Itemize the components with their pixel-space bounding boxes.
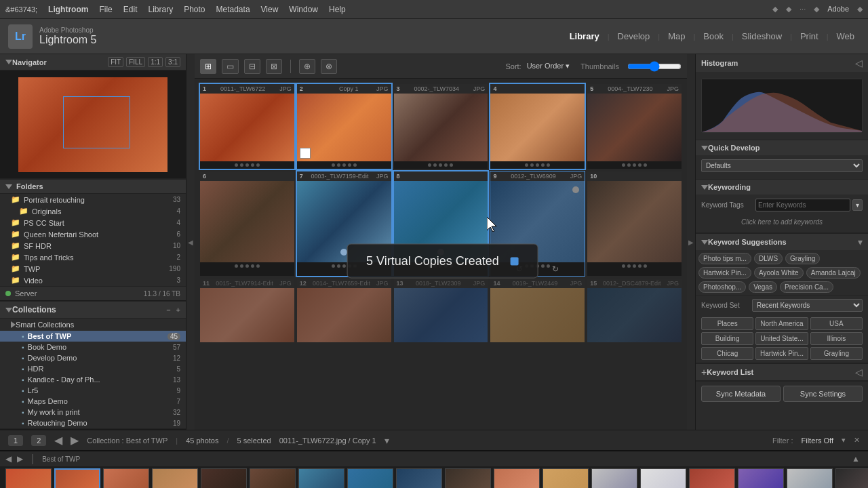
kw-grid-chicago[interactable]: Chicag	[701, 347, 753, 360]
fs-thumb-11[interactable]	[494, 468, 540, 488]
fs-thumb-15[interactable]	[689, 468, 735, 488]
folder-item-queen[interactable]: 📁 Queen Nefertari Shoot 6	[0, 228, 186, 240]
collections-plus[interactable]: +	[176, 306, 180, 314]
module-print[interactable]: Print	[795, 28, 824, 44]
page-1-button[interactable]: 1	[8, 435, 23, 446]
cell-thumb-14[interactable]	[490, 288, 585, 342]
folder-item-tips[interactable]: 📁 Tips and Tricks 2	[0, 251, 186, 263]
fs-thumb-6[interactable]	[250, 468, 296, 488]
menu-view[interactable]: View	[261, 5, 279, 14]
qd-defaults-select[interactable]: Defaults	[701, 159, 863, 172]
folder-item-pscc[interactable]: 📁 PS CC Start 4	[0, 217, 186, 228]
kw-grid-usa[interactable]: USA	[810, 317, 863, 330]
collections-header[interactable]: Collections − +	[0, 301, 186, 319]
nav-fill[interactable]: FILL	[126, 57, 145, 67]
apple-menu[interactable]: &#63743;	[5, 5, 37, 14]
kw-grid-building[interactable]: Building	[701, 332, 753, 345]
quick-develop-header[interactable]: Quick Develop	[696, 140, 868, 155]
collections-minus[interactable]: −	[166, 306, 170, 314]
photo-cell-5[interactable]: 5 0004-_TLW7230 JPG	[587, 84, 682, 169]
right-panel-toggle[interactable]: ▶	[687, 54, 695, 430]
keyword-list-header[interactable]: + Keyword List ◁	[696, 363, 868, 380]
view-loupe-button[interactable]: ▭	[222, 59, 239, 74]
view-compare-button[interactable]: ⊟	[244, 59, 260, 74]
cell-thumb-10[interactable]	[587, 181, 682, 262]
kw-chip-precision[interactable]: Precision Ca...	[780, 281, 833, 293]
keyword-set-select[interactable]: Recent Keywords	[752, 299, 863, 312]
kw-chip-vegas[interactable]: Vegas	[749, 281, 777, 293]
collection-item-hdr[interactable]: ▪ HDR 5	[0, 363, 186, 374]
photo-cell-8[interactable]: 8	[394, 171, 488, 276]
fs-thumb-4[interactable]	[152, 468, 198, 488]
cell-thumb-9[interactable]	[490, 181, 585, 262]
fs-thumb-9[interactable]	[396, 468, 442, 488]
keyword-list-add[interactable]: +	[701, 367, 707, 378]
module-book[interactable]: Book	[698, 28, 729, 44]
module-develop[interactable]: Develop	[612, 28, 656, 44]
folder-item-sfhdr[interactable]: 📁 SF HDR 10	[0, 240, 186, 251]
filter-close[interactable]: ✕	[854, 436, 860, 445]
keyword-suggestions-header[interactable]: Keyword Suggestions ▾	[696, 233, 868, 250]
kw-chip-amanda[interactable]: Amanda Lajcaj	[806, 267, 861, 279]
view-grid-button[interactable]: ⊞	[200, 59, 216, 74]
module-library[interactable]: Library	[564, 28, 605, 44]
fs-thumb-3[interactable]	[103, 468, 149, 488]
photo-cell-14[interactable]: 14 0019-_TLW2449 JPG	[490, 279, 585, 342]
kw-grid-hartwick2[interactable]: Hartwick Pin...	[755, 347, 808, 360]
collection-item-bookdemo[interactable]: ▪ Book Demo 57	[0, 342, 186, 352]
fs-thumb-12[interactable]	[542, 468, 589, 488]
collection-item-bestotwp[interactable]: ▪ Best of TWP 45	[0, 331, 186, 342]
cell-thumb-15[interactable]	[587, 288, 682, 342]
menu-photo[interactable]: Photo	[184, 5, 205, 14]
nav-3-1[interactable]: 3:1	[165, 57, 180, 67]
fs-thumb-14[interactable]	[640, 468, 686, 488]
fs-thumb-8[interactable]	[347, 468, 393, 488]
fs-thumb-1[interactable]	[5, 468, 52, 488]
sort-value[interactable]: User Order ▾	[527, 62, 570, 70]
menu-edit[interactable]: Edit	[123, 5, 138, 14]
filmstrip-expand[interactable]: ▲	[852, 454, 860, 464]
kw-grid-north-america[interactable]: North America	[755, 317, 808, 330]
photo-cell-10[interactable]: 10	[587, 171, 682, 276]
kw-chip-grayling[interactable]: Grayling	[785, 253, 820, 264]
menu-window[interactable]: Window	[289, 5, 318, 14]
smart-collections-header[interactable]: Smart Collections	[5, 319, 186, 331]
kw-chip-hartwick[interactable]: Hartwick Pin...	[698, 267, 751, 279]
keyword-tags-add[interactable]: ▾	[852, 199, 863, 211]
cell-thumb-3[interactable]	[394, 94, 488, 161]
keyword-list-collapse[interactable]: ◁	[855, 367, 863, 378]
collection-item-developdemo[interactable]: ▪ Develop Demo 12	[0, 352, 186, 363]
fs-thumb-13[interactable]	[591, 468, 637, 488]
fs-thumb-17[interactable]	[787, 468, 833, 488]
filter-dropdown[interactable]: ▾	[842, 436, 846, 445]
cell-thumb-7[interactable]	[297, 181, 391, 262]
photo-cell-12[interactable]: 12 0014-_TLW7659-Edit JPG	[297, 279, 391, 342]
menu-metadata[interactable]: Metadata	[216, 5, 250, 14]
filter-value[interactable]: Filters Off	[802, 436, 833, 445]
photo-cell-13[interactable]: 13 0018-_TLW2309 JPG	[394, 279, 488, 342]
photo-cell-1[interactable]: 1 0011-_TLW6722 JPG	[200, 84, 294, 169]
module-web[interactable]: Web	[831, 28, 861, 44]
kw-chip-dlws[interactable]: DLWS	[754, 253, 783, 264]
nav-prev-icon[interactable]: ◀	[54, 434, 62, 447]
rotate-left-icon[interactable]: ↺	[516, 264, 523, 274]
page-2-button[interactable]: 2	[31, 435, 46, 446]
cell-thumb-1[interactable]	[200, 94, 294, 161]
fs-thumb-18[interactable]	[835, 468, 868, 488]
nav-fit[interactable]: FIT	[108, 57, 123, 67]
view-survey-button[interactable]: ⊠	[266, 59, 282, 74]
suggestions-collapse[interactable]: ▾	[858, 237, 863, 247]
menu-help[interactable]: Help	[329, 5, 346, 14]
collection-item-retouching[interactable]: ▪ Retouching Demo 19	[0, 418, 186, 428]
filter-button[interactable]: ⊗	[321, 59, 337, 74]
photo-cell-3[interactable]: 3 0002-_TLW7034 JPG	[394, 84, 488, 169]
module-map[interactable]: Map	[663, 28, 690, 44]
collection-item-lr5[interactable]: ▪ Lr5 9	[0, 385, 186, 396]
sync-settings-button[interactable]: Sync Settings	[783, 386, 863, 402]
kw-grid-united-states[interactable]: United State...	[755, 332, 808, 345]
cell-thumb-4[interactable]	[490, 94, 585, 161]
left-panel-toggle[interactable]: ◀	[186, 54, 195, 430]
kw-chip-phototips[interactable]: Photo tips m...	[698, 253, 751, 264]
folders-header[interactable]: Folders	[0, 179, 186, 194]
cell-thumb-8[interactable]	[394, 181, 488, 262]
